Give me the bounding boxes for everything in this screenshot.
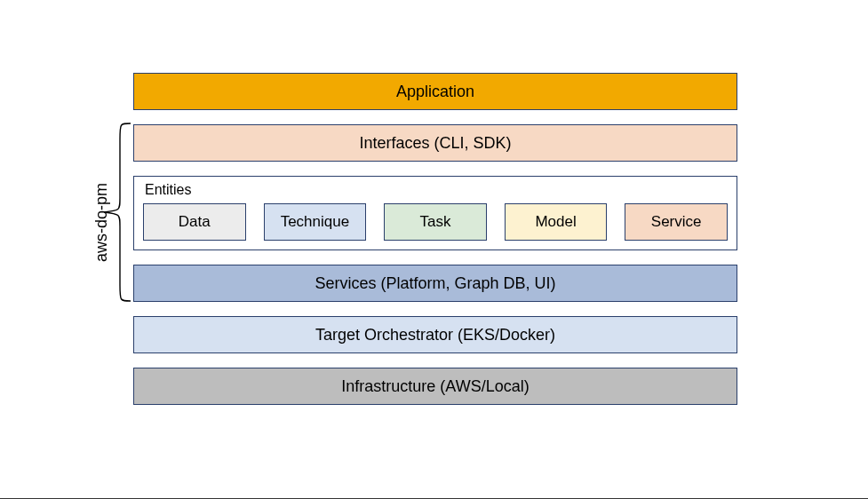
entity-technique: Technique bbox=[264, 203, 367, 241]
entity-model: Model bbox=[505, 203, 608, 241]
layer-application: Application bbox=[133, 73, 737, 110]
entity-task: Task bbox=[384, 203, 487, 241]
layer-application-label: Application bbox=[396, 83, 474, 101]
entities-wrapper: Entities Data Technique Task Model Servi… bbox=[133, 176, 737, 250]
entity-data-label: Data bbox=[179, 213, 211, 231]
layer-target: Target Orchestrator (EKS/Docker) bbox=[133, 316, 737, 353]
layer-target-label: Target Orchestrator (EKS/Docker) bbox=[315, 326, 555, 345]
entity-task-label: Task bbox=[420, 213, 451, 231]
entity-service: Service bbox=[625, 203, 728, 241]
entities-row: Data Technique Task Model Service bbox=[143, 203, 728, 241]
entity-service-label: Service bbox=[651, 213, 702, 231]
layer-services: Services (Platform, Graph DB, UI) bbox=[133, 265, 737, 302]
entity-technique-label: Technique bbox=[281, 213, 350, 231]
layer-interfaces-label: Interfaces (CLI, SDK) bbox=[359, 134, 511, 153]
entity-data: Data bbox=[143, 203, 246, 241]
layer-infrastructure: Infrastructure (AWS/Local) bbox=[133, 368, 737, 405]
architecture-diagram: Application Interfaces (CLI, SDK) Entiti… bbox=[133, 73, 737, 405]
layer-infrastructure-label: Infrastructure (AWS/Local) bbox=[341, 377, 529, 396]
layer-services-label: Services (Platform, Graph DB, UI) bbox=[315, 274, 555, 293]
entities-title: Entities bbox=[143, 182, 728, 198]
layer-interfaces: Interfaces (CLI, SDK) bbox=[133, 124, 737, 162]
brace-icon bbox=[100, 122, 132, 303]
entity-model-label: Model bbox=[535, 213, 576, 231]
